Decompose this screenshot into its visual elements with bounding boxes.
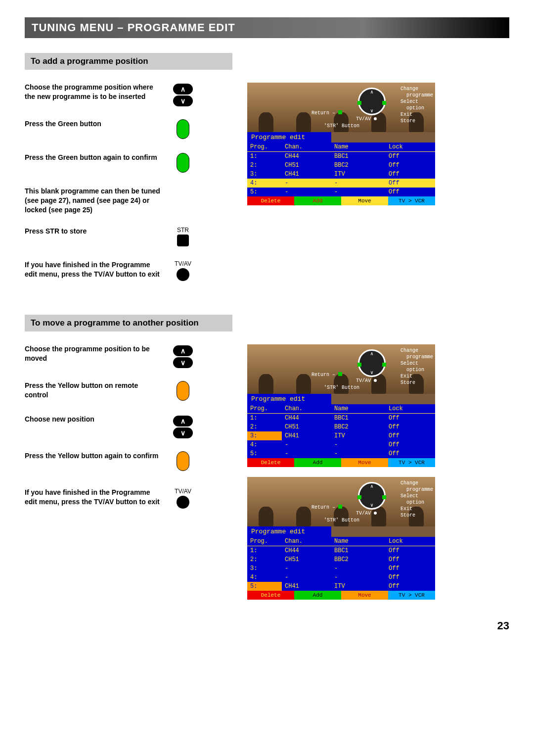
- str-button-icon: [177, 235, 189, 246]
- green-button-icon: [177, 153, 189, 173]
- yellow-button-icon: [177, 451, 189, 471]
- page-number: 23: [25, 619, 509, 632]
- step-text: Choose the programme position to be move…: [25, 344, 161, 363]
- step-text: If you have finished in the Programme ed…: [25, 260, 161, 279]
- step-text: If you have finished in the Programme ed…: [25, 488, 161, 507]
- tv-screenshot-3: ∧∨ Change programmeSelect optionExitStor…: [247, 477, 435, 600]
- step-text: Press the Yellow button again to confirm: [25, 451, 161, 461]
- table-row: 4:--Off: [247, 440, 435, 449]
- table-row: 1:CH44BBC1Off: [247, 546, 435, 555]
- step-text: Press the Yellow button on remote contro…: [25, 381, 161, 400]
- table-row: 2:CH51BBC2Off: [247, 423, 435, 431]
- yellow-button-icon: [177, 381, 189, 401]
- table-row: 3:CH41ITVOff: [247, 431, 435, 440]
- table-row: 3:CH41ITVOff: [247, 170, 435, 179]
- step-text: Press the Green button: [25, 119, 161, 129]
- add-btn: Add: [294, 196, 341, 205]
- up-down-icon: ∧∨: [173, 344, 193, 369]
- table-row: 5:CH41ITVOff: [247, 582, 435, 591]
- str-label: STR: [161, 227, 205, 234]
- table-row: 5:--Off: [247, 449, 435, 458]
- table-row: 4:--Off: [247, 179, 435, 188]
- section-1-title: To add a programme position: [25, 53, 232, 70]
- table-row: 5:--Off: [247, 188, 435, 196]
- step-text: Press the Green button again to confirm: [25, 153, 161, 162]
- tv-screenshot-1: ∧∨ Change programme Select option Exit S…: [247, 83, 435, 205]
- up-down-icon: ∧∨: [173, 83, 193, 107]
- move-btn: Move: [341, 196, 388, 205]
- tv-vcr-btn: TV > VCR: [388, 196, 435, 205]
- nav-ring-icon: ∧∨: [358, 349, 386, 377]
- table-row: 3:--Off: [247, 564, 435, 573]
- table-row: 1:CH44BBC1Off: [247, 414, 435, 423]
- tvav-label: TV/AV: [161, 488, 205, 495]
- step-text: This blank programme can then be tuned (…: [25, 187, 161, 215]
- step-text: Choose new position: [25, 415, 161, 424]
- green-button-icon: [177, 119, 189, 139]
- table-row: 1:CH44BBC1Off: [247, 152, 435, 161]
- table-row: 2:CH51BBC2Off: [247, 161, 435, 170]
- section-2-title: To move a programme to another position: [25, 315, 232, 331]
- tvav-button-icon: [177, 496, 189, 509]
- delete-btn: Delete: [247, 196, 294, 205]
- section-1-instructions: Choose the programme position where the …: [25, 83, 237, 295]
- osd-title: Programme edit: [247, 132, 331, 142]
- tvav-label: TV/AV: [161, 260, 205, 267]
- tv-screenshot-2: ∧∨ Change programmeSelect optionExitStor…: [247, 344, 435, 467]
- table-row: 4:--Off: [247, 573, 435, 582]
- nav-ring-icon: ∧∨: [358, 482, 386, 510]
- up-down-icon: ∧∨: [173, 415, 193, 439]
- nav-ring-icon: ∧∨: [358, 88, 386, 115]
- page-header: TUNING MENU – PROGRAMME EDIT: [25, 17, 509, 38]
- tvav-button-icon: [177, 268, 189, 281]
- section-2-instructions: Choose the programme position to be move…: [25, 344, 237, 600]
- table-row: 2:CH51BBC2Off: [247, 555, 435, 564]
- step-text: Choose the programme position where the …: [25, 83, 161, 101]
- step-text: Press STR to store: [25, 227, 161, 236]
